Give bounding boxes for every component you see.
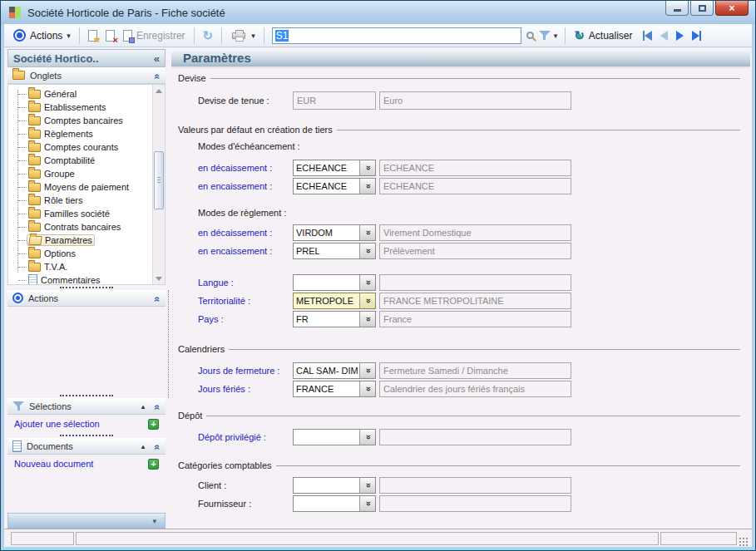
sidebar-footer-bar[interactable]: ▾ (7, 513, 166, 529)
combo-chevron-down-icon[interactable]: « (359, 179, 375, 194)
client-combobox[interactable]: « (293, 477, 376, 494)
tree-item-parametres[interactable]: Paramètres (12, 234, 165, 247)
actions-panel-body (7, 307, 166, 393)
combo-chevron-down-icon[interactable]: « (359, 430, 375, 445)
folder-icon (28, 143, 41, 152)
tree-item-etablissements[interactable]: Etablissements (12, 101, 165, 114)
tree-item-comptabilite[interactable]: Comptabilité (12, 154, 165, 167)
echeancement-encaissement-combobox[interactable]: ECHEANCE « (293, 178, 376, 194)
sidebar-header[interactable]: Société Hortico.. « (7, 49, 166, 67)
panel-documents-header[interactable]: Documents ▴ « (7, 438, 166, 455)
actualiser-button[interactable]: ↻ Actualiser (570, 28, 636, 43)
search-input[interactable]: S1 (272, 27, 521, 44)
previous-record-button[interactable] (660, 31, 668, 41)
folder-icon (28, 249, 41, 258)
tree-item-moyens-de-paiement[interactable]: Moyens de paiement (12, 180, 165, 194)
sidebar-splitter[interactable] (166, 49, 171, 529)
fournisseur-desc (379, 495, 571, 512)
tree-item-reglements[interactable]: Règlements (12, 127, 165, 140)
tree-item-tva[interactable]: T.V.A. (12, 260, 165, 273)
combo-chevron-down-icon[interactable]: « (359, 496, 375, 511)
fournisseur-combobox[interactable]: « (293, 495, 376, 512)
territorialite-combobox[interactable]: METROPOLE « (293, 293, 376, 309)
tree-item-commentaires[interactable]: Commentaires (12, 273, 165, 285)
tree-item-comptes-bancaires[interactable]: Comptes bancaires (12, 114, 165, 127)
tree-item-groupe[interactable]: Groupe (12, 167, 165, 180)
collapse-sidebar-icon[interactable]: « (154, 52, 160, 65)
tree-scrollbar[interactable] (152, 85, 165, 284)
add-selection-link[interactable]: Ajouter une sélection (14, 419, 100, 429)
document-icon (12, 440, 22, 452)
tree-item-contrats-bancaires[interactable]: Contrats bancaires (12, 220, 165, 234)
combo-chevron-down-icon[interactable]: « (359, 275, 375, 290)
next-record-button[interactable] (676, 31, 684, 41)
collapse-panel-icon[interactable]: « (155, 291, 161, 306)
collapse-panel-icon[interactable]: « (155, 399, 161, 414)
maximize-button[interactable] (690, 1, 714, 16)
reglement-decaissement-combobox[interactable]: VIRDOM « (293, 224, 376, 241)
pays-combobox[interactable]: FR « (293, 311, 376, 327)
jours-fermeture-combobox[interactable]: CAL SAM- DIM « (293, 362, 376, 379)
last-record-button[interactable] (692, 31, 701, 41)
status-cell-left (11, 532, 74, 545)
tree-item-general[interactable]: Général (12, 87, 165, 101)
scrollbar-thumb[interactable] (154, 151, 164, 209)
close-button[interactable]: × (715, 1, 749, 16)
pin-up-icon[interactable]: ▴ (141, 402, 146, 411)
combo-chevron-down-icon[interactable]: « (359, 244, 375, 258)
scroll-down-button[interactable] (153, 273, 165, 284)
pin-up-icon[interactable]: ▴ (141, 442, 146, 450)
echeancement-decaissement-combobox[interactable]: ECHEANCE « (293, 160, 376, 176)
panel-selections-header[interactable]: Sélections ▴ « (7, 398, 166, 415)
collapse-panel-icon[interactable]: « (155, 68, 161, 83)
folder-icon (28, 130, 41, 139)
minimize-button[interactable] (665, 1, 689, 16)
actions-menu-button[interactable]: Actions ▾ (9, 27, 75, 43)
combo-chevron-down-icon[interactable]: « (359, 478, 375, 493)
filter-chevron-down-icon[interactable]: ▾ (554, 32, 558, 40)
tree-item-options[interactable]: Options (12, 247, 165, 260)
row-territorialite: Territorialité : METROPOLE « FRANCE METR… (198, 293, 740, 309)
depot-privilegie-combobox[interactable]: « (293, 429, 376, 445)
echeancement-encaissement-desc: ECHEANCE (379, 178, 571, 194)
toolbar-separator (194, 27, 195, 44)
resize-grip[interactable] (739, 537, 749, 547)
first-record-button[interactable] (643, 31, 652, 41)
depot-privilegie-desc (379, 429, 571, 445)
title-bar[interactable]: Société Horticole de Paris - Fiche socié… (1, 1, 755, 24)
tree-item-familles-societe[interactable]: Familles société (12, 207, 165, 220)
reglement-decaissement-desc: Virement Domestique (379, 224, 571, 241)
new-record-icon: ★ (88, 30, 97, 42)
save-button[interactable]: Enregistrer (119, 28, 190, 43)
new-document-link[interactable]: Nouveau document (14, 459, 93, 469)
section-devise: Devise (178, 73, 740, 83)
panel-actions-header[interactable]: Actions « (7, 290, 166, 307)
reglement-encaissement-combobox[interactable]: PREL « (293, 243, 376, 259)
scroll-down-icon (156, 277, 162, 281)
refresh-button[interactable]: ↻ (199, 28, 218, 43)
combo-chevron-down-icon[interactable]: « (359, 363, 375, 378)
delete-record-button[interactable]: × (101, 28, 119, 43)
jours-feries-combobox[interactable]: FRANCE « (293, 381, 376, 397)
new-document-button[interactable]: + (148, 459, 159, 470)
combo-chevron-down-icon[interactable]: « (359, 293, 375, 308)
search-icon[interactable] (526, 32, 534, 39)
tree-item-comptes-courants[interactable]: Comptes courants (12, 140, 165, 154)
tree-item-role-tiers[interactable]: Rôle tiers (12, 194, 165, 207)
combo-chevron-down-icon[interactable]: « (359, 312, 375, 327)
devise-desc-field: Euro (379, 91, 571, 110)
row-client: Client : « (198, 477, 740, 494)
scroll-up-button[interactable] (153, 85, 165, 96)
combo-chevron-down-icon[interactable]: « (359, 160, 375, 175)
combo-chevron-down-icon[interactable]: « (359, 225, 375, 240)
print-button[interactable]: ▾ (226, 30, 259, 42)
combo-chevron-down-icon[interactable]: « (359, 381, 375, 396)
panel-onglets-header[interactable]: Onglets « (7, 67, 166, 84)
jours-fermeture-desc: Fermeture Samedi / Dimanche (379, 362, 571, 379)
collapse-panel-icon[interactable]: « (155, 439, 161, 454)
section-categories-comptables: Catégories comptables (178, 460, 740, 470)
new-record-button[interactable]: ★ (84, 28, 101, 43)
filter-icon[interactable] (539, 30, 551, 41)
langue-combobox[interactable]: « (293, 274, 376, 291)
add-selection-button[interactable]: + (148, 419, 159, 430)
